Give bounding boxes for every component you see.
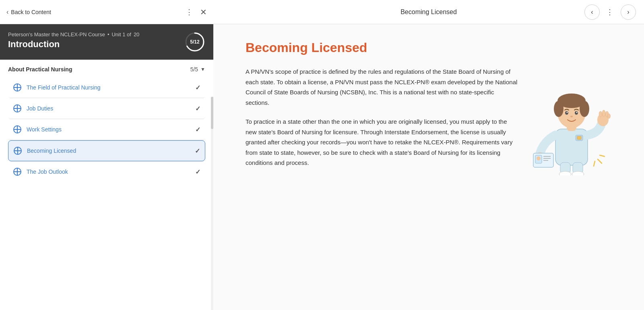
lesson-item-3[interactable]: Work Settings✓: [8, 119, 205, 140]
lesson-name: Job Duties: [27, 105, 190, 112]
svg-point-12: [567, 112, 568, 113]
svg-point-23: [599, 111, 602, 117]
course-title: Introduction: [8, 39, 184, 50]
right-top-nav: Becoming Licensed ‹ ⋮ ›: [213, 0, 644, 24]
svg-point-10: [565, 111, 568, 115]
menu-dots-icon[interactable]: ⋮: [186, 8, 194, 17]
svg-point-32: [559, 171, 571, 175]
lesson-globe-icon: [13, 146, 22, 155]
nav-buttons: ‹ ⋮ ›: [584, 4, 636, 20]
nav-actions: ⋮ ✕: [186, 7, 207, 17]
lesson-name: Becoming Licensed: [27, 148, 190, 154]
lesson-item-2[interactable]: Job Duties✓: [8, 98, 205, 119]
back-chevron-icon: ‹: [6, 8, 8, 16]
course-info: Peterson's Master the NCLEX-PN Course • …: [8, 31, 184, 50]
nurse-illustration: [531, 71, 620, 177]
svg-point-8: [554, 101, 564, 117]
lesson-globe-icon: [13, 83, 22, 92]
svg-line-27: [598, 159, 602, 163]
svg-point-33: [572, 171, 584, 175]
lesson-check-icon: ✓: [195, 168, 200, 176]
lesson-item-1[interactable]: The Field of Practical Nursing✓: [8, 77, 205, 98]
next-button[interactable]: ›: [621, 4, 636, 20]
paragraph-1: A PN/VN's scope of practice is defined b…: [246, 67, 519, 108]
nav-more-icon[interactable]: ⋮: [605, 8, 616, 17]
right-panel: Becoming Licensed ‹ ⋮ › Becoming License…: [213, 0, 644, 310]
section-count: 5/5 ▼: [190, 66, 205, 73]
svg-point-26: [608, 114, 611, 119]
prev-button[interactable]: ‹: [584, 4, 600, 20]
lesson-globe-icon: [13, 167, 22, 176]
lesson-list: The Field of Practical Nursing✓Job Dutie…: [8, 77, 205, 182]
section-header: About Practical Nursing 5/5 ▼: [8, 66, 205, 73]
close-icon[interactable]: ✕: [200, 7, 207, 17]
right-panel-title: Becoming Licensed: [400, 8, 457, 16]
lesson-name: The Job Outlook: [27, 169, 190, 175]
svg-point-9: [580, 101, 589, 117]
lesson-check-icon: ✓: [195, 147, 200, 155]
content-area: Becoming Licensed A PN/VN's scope of pra…: [213, 24, 644, 310]
unit-label: Unit 1 of: [111, 31, 131, 37]
back-label: Back to Content: [11, 9, 51, 15]
lesson-check-icon: ✓: [195, 126, 200, 133]
svg-line-28: [600, 155, 605, 156]
svg-point-24: [602, 110, 605, 117]
back-to-content-link[interactable]: ‹ Back to Content: [6, 8, 51, 16]
section-title: About Practical Nursing: [8, 66, 72, 73]
progress-circle: 5/12: [184, 31, 205, 52]
svg-rect-2: [555, 129, 588, 165]
page-heading: Becoming Licensed: [246, 40, 620, 55]
svg-line-29: [594, 161, 595, 166]
paragraph-2: To practice in a state other than the on…: [246, 117, 519, 168]
course-header: Peterson's Master the NCLEX-PN Course • …: [0, 24, 213, 60]
section-chevron-icon[interactable]: ▼: [200, 67, 205, 72]
svg-point-13: [576, 112, 578, 113]
progress-label: 5/12: [190, 39, 199, 45]
content-body: A PN/VN's scope of practice is defined b…: [246, 67, 620, 177]
top-nav-bar: ‹ Back to Content ⋮ ✕: [0, 0, 213, 24]
lesson-globe-icon: [13, 104, 22, 113]
left-panel-wrapper: ‹ Back to Content ⋮ ✕ Peterson's Master …: [0, 0, 213, 310]
lesson-item-5[interactable]: The Job Outlook✓: [8, 162, 205, 182]
svg-rect-4: [577, 136, 581, 139]
course-meta: Peterson's Master the NCLEX-PN Course • …: [8, 31, 184, 37]
course-name: Peterson's Master the NCLEX-PN Course: [8, 31, 105, 37]
svg-point-11: [575, 111, 578, 115]
lesson-check-icon: ✓: [195, 84, 200, 92]
lesson-name: The Field of Practical Nursing: [27, 84, 190, 91]
svg-point-18: [537, 156, 541, 160]
lesson-name: Work Settings: [27, 126, 190, 133]
sidebar-content: About Practical Nursing 5/5 ▼ The Field …: [0, 60, 213, 310]
lesson-globe-icon: [13, 125, 22, 134]
lesson-check-icon: ✓: [195, 105, 200, 112]
unit-total: 20: [134, 31, 139, 37]
svg-point-14: [570, 116, 573, 117]
text-section: A PN/VN's scope of practice is defined b…: [246, 67, 519, 177]
lesson-item-4[interactable]: Becoming Licensed✓: [8, 140, 205, 161]
